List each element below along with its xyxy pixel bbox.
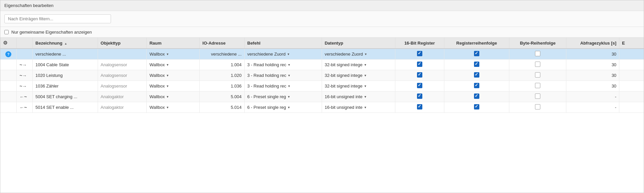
befehl-dropdown-arrow[interactable]: ▼ — [287, 53, 290, 56]
table-row[interactable]: ~→1004 Cable StateAnalogsensorWallbox ▼1… — [0, 60, 644, 70]
row-befehl[interactable]: verschiedene Zuord▼ — [244, 49, 322, 60]
raum-dropdown-arrow[interactable]: ▼ — [166, 63, 169, 67]
datentyp-dropdown-arrow[interactable]: ▼ — [364, 53, 367, 56]
row-16bit[interactable] — [395, 81, 444, 92]
row-icon-cell — [0, 60, 17, 70]
row-registerreihenfolge[interactable] — [444, 81, 509, 92]
table-row[interactable]: ~→1036 ZählerAnalogsensorWallbox ▼1.0363… — [0, 81, 644, 92]
table-row[interactable]: ←~5004 SET charging ...AnalogaktorWallbo… — [0, 92, 644, 102]
datentyp-value: 32-bit signed intege — [325, 73, 362, 78]
row-extra — [619, 92, 644, 102]
row-byte-reihenfolge[interactable] — [509, 81, 566, 92]
row-icon-cell — [0, 102, 17, 113]
row-byte-reihenfolge[interactable] — [509, 92, 566, 102]
row-16bit[interactable] — [395, 60, 444, 70]
row-befehl[interactable]: 3 - Read holding rec▼ — [244, 60, 322, 70]
title-bar: Eigenschaften bearbeiten — [0, 0, 644, 11]
row-io: 1.036 — [200, 81, 244, 92]
raum-value: Wallbox — [149, 94, 165, 99]
datentyp-dropdown-arrow[interactable]: ▼ — [364, 106, 367, 109]
row-extra — [619, 49, 644, 60]
row-16bit[interactable] — [395, 70, 444, 81]
befehl-dropdown-arrow[interactable]: ▼ — [287, 106, 290, 109]
befehl-dropdown-arrow[interactable]: ▼ — [288, 74, 291, 77]
raum-dropdown-arrow[interactable]: ▼ — [166, 95, 169, 98]
col-io: IO-Adresse — [200, 38, 244, 49]
col-objekttyp: Objekttyp — [98, 38, 147, 49]
row-registerreihenfolge[interactable] — [444, 60, 509, 70]
row-16bit[interactable] — [395, 102, 444, 113]
row-datentyp[interactable]: 16-bit unsigned inte▼ — [322, 92, 395, 102]
row-registerreihenfolge[interactable] — [444, 70, 509, 81]
befehl-dropdown-arrow[interactable]: ▼ — [287, 95, 290, 98]
datentyp-dropdown-arrow[interactable]: ▼ — [364, 63, 367, 67]
row-byte-reihenfolge[interactable] — [509, 49, 566, 60]
row-befehl[interactable]: 3 - Read holding rec▼ — [244, 70, 322, 81]
row-objekttyp: Analogaktor — [98, 102, 147, 113]
row-registerreihenfolge[interactable] — [444, 92, 509, 102]
row-16bit[interactable] — [395, 49, 444, 60]
row-objekttyp: Analogsensor — [98, 60, 147, 70]
row-abfragezyklus: 30 — [566, 70, 619, 81]
row-type-cell: ~→ — [17, 81, 33, 92]
row-registerreihenfolge[interactable] — [444, 49, 509, 60]
row-type-cell: ←~ — [17, 102, 33, 113]
row-datentyp[interactable]: verschiedene Zuord▼ — [322, 49, 395, 60]
befehl-dropdown-arrow[interactable]: ▼ — [288, 63, 291, 67]
row-byte-reihenfolge[interactable] — [509, 60, 566, 70]
filter-input[interactable] — [4, 14, 111, 23]
row-extra — [619, 60, 644, 70]
col-abfragezyklus: Abfragezyklus [s] — [566, 38, 619, 49]
col-bezeichnung[interactable]: Bezeichnung ▲ — [33, 38, 98, 49]
row-raum[interactable]: Wallbox ▼ — [147, 49, 200, 60]
row-raum[interactable]: Wallbox ▼ — [147, 70, 200, 81]
raum-value: Wallbox — [149, 105, 165, 110]
row-type-cell — [17, 49, 33, 60]
gear-icon: ⚙ — [3, 40, 7, 46]
row-raum[interactable]: Wallbox ▼ — [147, 81, 200, 92]
table-row[interactable]: ←~5014 SET enable ...AnalogaktorWallbox … — [0, 102, 644, 113]
row-icon-cell — [0, 70, 17, 81]
raum-dropdown-arrow[interactable]: ▼ — [166, 85, 169, 88]
datentyp-value: 32-bit signed intege — [325, 84, 362, 89]
raum-dropdown-arrow[interactable]: ▼ — [166, 53, 169, 56]
table-row[interactable]: ~→1020 LeistungAnalogsensorWallbox ▼1.02… — [0, 70, 644, 81]
raum-dropdown-arrow[interactable]: ▼ — [166, 106, 169, 109]
type-icon: ←~ — [19, 94, 27, 99]
raum-dropdown-arrow[interactable]: ▼ — [166, 74, 169, 77]
row-byte-reihenfolge[interactable] — [509, 102, 566, 113]
datentyp-dropdown-arrow[interactable]: ▼ — [364, 85, 367, 88]
row-befehl[interactable]: 6 - Preset single reg▼ — [244, 92, 322, 102]
properties-table: ⚙ Bezeichnung ▲ Objekttyp Raum IO-Adress… — [0, 38, 644, 113]
table-row[interactable]: ?verschiedene ...Wallbox ▼verschiedene .… — [0, 49, 644, 60]
datentyp-dropdown-arrow[interactable]: ▼ — [364, 95, 367, 98]
col-gear: ⚙ — [0, 38, 17, 49]
row-datentyp[interactable]: 16-bit unsigned inte▼ — [322, 102, 395, 113]
bezeichnung-sort-icon: ▲ — [64, 42, 67, 45]
row-raum[interactable]: Wallbox ▼ — [147, 102, 200, 113]
row-datentyp[interactable]: 32-bit signed intege▼ — [322, 60, 395, 70]
type-icon: ←~ — [19, 105, 27, 110]
col-type — [17, 38, 33, 49]
datentyp-dropdown-arrow[interactable]: ▼ — [364, 74, 367, 77]
row-icon-cell — [0, 81, 17, 92]
row-byte-reihenfolge[interactable] — [509, 70, 566, 81]
row-bezeichnung: 1036 Zähler — [33, 81, 98, 92]
col-raum: Raum — [147, 38, 200, 49]
row-raum[interactable]: Wallbox ▼ — [147, 60, 200, 70]
row-16bit[interactable] — [395, 92, 444, 102]
row-abfragezyklus: - — [566, 102, 619, 113]
row-abfragezyklus: 30 — [566, 81, 619, 92]
table-header-row: ⚙ Bezeichnung ▲ Objekttyp Raum IO-Adress… — [0, 38, 644, 49]
row-registerreihenfolge[interactable] — [444, 102, 509, 113]
row-befehl[interactable]: 6 - Preset single reg▼ — [244, 102, 322, 113]
row-datentyp[interactable]: 32-bit signed intege▼ — [322, 81, 395, 92]
common-properties-checkbox[interactable] — [4, 30, 9, 34]
befehl-dropdown-arrow[interactable]: ▼ — [288, 85, 291, 88]
row-raum[interactable]: Wallbox ▼ — [147, 92, 200, 102]
col-byte-reihenfolge: Byte-Reihenfolge — [509, 38, 566, 49]
row-datentyp[interactable]: 32-bit signed intege▼ — [322, 70, 395, 81]
type-icon: ~→ — [19, 84, 27, 89]
col-datentyp: Datentyp — [322, 38, 395, 49]
row-befehl[interactable]: 3 - Read holding rec▼ — [244, 81, 322, 92]
